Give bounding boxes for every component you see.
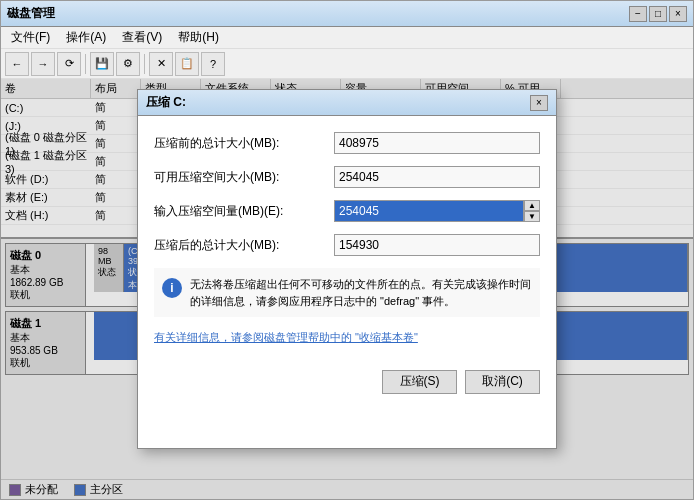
info-icon: i bbox=[162, 278, 182, 298]
field-label-4: 压缩后的总计大小(MB): bbox=[154, 237, 334, 254]
dialog-overlay: 压缩 C: × 压缩前的总计大小(MB): 可用压缩空间大小(MB): bbox=[1, 79, 693, 499]
toolbar-separator-2 bbox=[144, 54, 145, 74]
spinner-down-button[interactable]: ▼ bbox=[524, 211, 540, 222]
info-box: i 无法将卷压缩超出任何不可移动的文件所在的点。有关完成该操作时间的详细信息，请… bbox=[154, 268, 540, 317]
refresh-button[interactable]: ⟳ bbox=[57, 52, 81, 76]
settings-icon[interactable]: ⚙ bbox=[116, 52, 140, 76]
help-button[interactable]: ? bbox=[201, 52, 225, 76]
spinner-container: ▲ ▼ bbox=[334, 200, 540, 222]
disk-icon[interactable]: 💾 bbox=[90, 52, 114, 76]
compress-button[interactable]: 压缩(S) bbox=[382, 370, 457, 394]
form-row-2: 可用压缩空间大小(MB): bbox=[154, 166, 540, 188]
delete-button[interactable]: ✕ bbox=[149, 52, 173, 76]
spinner-up-button[interactable]: ▲ bbox=[524, 200, 540, 211]
close-button[interactable]: × bbox=[669, 6, 687, 22]
field-label-3: 输入压缩空间量(MB)(E): bbox=[154, 203, 334, 220]
cancel-button[interactable]: 取消(C) bbox=[465, 370, 540, 394]
maximize-button[interactable]: □ bbox=[649, 6, 667, 22]
title-bar: 磁盘管理 − □ × bbox=[1, 1, 693, 27]
content-area: 卷 布局 类型 文件系统 状态 容量 可用空间 % 可用 (C:) 简 (J:) bbox=[1, 79, 693, 499]
field-input-1[interactable] bbox=[334, 132, 540, 154]
spinner-buttons: ▲ ▼ bbox=[524, 200, 540, 222]
help-link[interactable]: 有关详细信息，请参阅磁盘管理帮助中的 "收缩基本卷" bbox=[154, 329, 540, 346]
info-text: 无法将卷压缩超出任何不可移动的文件所在的点。有关完成该操作时间的详细信息，请参阅… bbox=[190, 276, 532, 309]
dialog-content: 压缩前的总计大小(MB): 可用压缩空间大小(MB): 输入压缩空间量(MB)(… bbox=[138, 116, 556, 410]
dialog-title-bar: 压缩 C: × bbox=[138, 90, 556, 116]
field-label-1: 压缩前的总计大小(MB): bbox=[154, 135, 334, 152]
menu-action[interactable]: 操作(A) bbox=[60, 27, 112, 48]
form-row-3: 输入压缩空间量(MB)(E): ▲ ▼ bbox=[154, 200, 540, 222]
toolbar-separator-1 bbox=[85, 54, 86, 74]
properties-button[interactable]: 📋 bbox=[175, 52, 199, 76]
dialog-close-button[interactable]: × bbox=[530, 95, 548, 111]
toolbar: ← → ⟳ 💾 ⚙ ✕ 📋 ? bbox=[1, 49, 693, 79]
field-input-4[interactable] bbox=[334, 234, 540, 256]
form-row-1: 压缩前的总计大小(MB): bbox=[154, 132, 540, 154]
compress-amount-input[interactable] bbox=[334, 200, 524, 222]
dialog-title: 压缩 C: bbox=[146, 94, 186, 111]
dialog-buttons: 压缩(S) 取消(C) bbox=[154, 362, 540, 394]
field-label-2: 可用压缩空间大小(MB): bbox=[154, 169, 334, 186]
form-row-4: 压缩后的总计大小(MB): bbox=[154, 234, 540, 256]
field-input-2[interactable] bbox=[334, 166, 540, 188]
menu-help[interactable]: 帮助(H) bbox=[172, 27, 225, 48]
forward-button[interactable]: → bbox=[31, 52, 55, 76]
window-title: 磁盘管理 bbox=[7, 5, 55, 22]
menu-file[interactable]: 文件(F) bbox=[5, 27, 56, 48]
menu-view[interactable]: 查看(V) bbox=[116, 27, 168, 48]
title-bar-controls: − □ × bbox=[629, 6, 687, 22]
minimize-button[interactable]: − bbox=[629, 6, 647, 22]
main-window: 磁盘管理 − □ × 文件(F) 操作(A) 查看(V) 帮助(H) ← → ⟳… bbox=[0, 0, 694, 500]
compress-dialog: 压缩 C: × 压缩前的总计大小(MB): 可用压缩空间大小(MB): bbox=[137, 89, 557, 449]
menu-bar: 文件(F) 操作(A) 查看(V) 帮助(H) bbox=[1, 27, 693, 49]
back-button[interactable]: ← bbox=[5, 52, 29, 76]
